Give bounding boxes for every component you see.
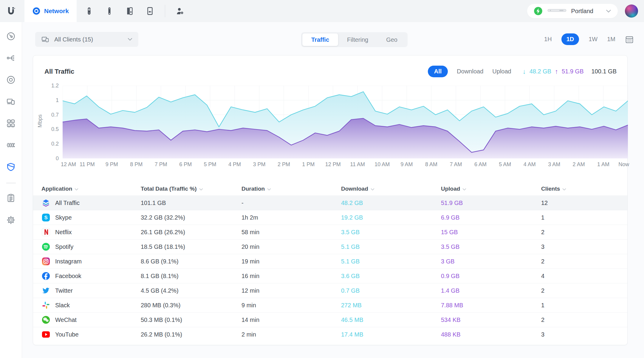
insights-icon [6, 141, 16, 151]
svg-text:S: S [44, 215, 47, 220]
download-value: 3.5 GB [341, 229, 441, 236]
gear-icon [6, 215, 16, 226]
tab-geo[interactable]: Geo [377, 33, 406, 46]
unifi-logo[interactable] [0, 0, 22, 22]
x-tick-label: 10 AM [374, 161, 390, 168]
column-header-upload[interactable]: Upload [441, 186, 541, 192]
spotify-icon [41, 242, 50, 251]
app-switcher [83, 4, 186, 18]
x-tick-label: 1 PM [302, 161, 315, 168]
sort-chevron-icon [371, 186, 374, 192]
app-admins-button[interactable] [174, 4, 186, 18]
x-tick-label: 3 AM [548, 161, 560, 168]
tab-filtering[interactable]: Filtering [338, 33, 377, 46]
duration-value: - [242, 200, 341, 206]
x-tick-label: 1 AM [597, 161, 609, 168]
calendar-icon [625, 35, 634, 44]
upload-value: 3.5 GB [441, 243, 541, 250]
download-arrow-icon: ↓ [523, 68, 526, 75]
app-protect-camera-button[interactable] [83, 4, 95, 18]
sidebar-item-security[interactable] [4, 161, 18, 174]
chart-plot-area[interactable] [63, 86, 628, 158]
series-all-button[interactable]: All [428, 66, 448, 77]
sidebar-item-settings[interactable] [4, 214, 18, 227]
view-tabs: TrafficFilteringGeo [301, 32, 408, 47]
range-1h-button[interactable]: 1H [544, 36, 552, 43]
sidebar-item-system-log[interactable] [4, 192, 18, 206]
table-row-spotify[interactable]: Spotify 18.5 GB (18.1%) 20 min 5.1 GB 3.… [33, 239, 627, 254]
total-data-value: 26.1 GB (26.2%) [141, 229, 242, 236]
download-total: 48.2 GB [530, 68, 551, 75]
site-selector[interactable]: Portland [527, 4, 618, 18]
x-tick-label: 7 AM [450, 161, 462, 168]
x-tick-label: 12 PM [325, 161, 341, 168]
table-row-facebook[interactable]: Facebook 8.1 GB (8.1%) 16 min 3.6 GB 0.9… [33, 268, 627, 283]
duration-value: 20 min [242, 243, 341, 250]
x-tick-label: Now [618, 161, 629, 168]
x-tick-label: 8 AM [425, 161, 437, 168]
app-access-door-button[interactable] [124, 4, 136, 18]
clients-count: 1 [541, 302, 627, 309]
table-row-skype[interactable]: S Skype 32.2 GB (32.2%) 1h 2m 19.2 GB 6.… [33, 210, 627, 225]
upload-value: 534 KB [441, 317, 541, 323]
column-header-download[interactable]: Download [341, 186, 441, 192]
facebook-icon [41, 271, 50, 280]
duration-value: 58 min [242, 229, 341, 236]
table-row-slack[interactable]: Slack 280 MB (0.3%) 9 min 272 MB 7.88 MB… [33, 298, 627, 312]
tab-traffic[interactable]: Traffic [302, 33, 338, 46]
range-1m-button[interactable]: 1M [607, 36, 615, 43]
table-row-youtube[interactable]: YouTube 26.2 MB (0.1%) 2 min 17.4 MB 488… [33, 327, 627, 342]
column-header-application[interactable]: Application [41, 186, 141, 192]
topbar-divider [165, 5, 165, 17]
column-header-duration[interactable]: Duration [242, 186, 341, 192]
app-connect-display-button[interactable] [144, 4, 156, 18]
download-value: 19.2 GB [341, 214, 441, 221]
range-1w-button[interactable]: 1W [589, 36, 597, 43]
x-tick-label: 6 PM [179, 161, 192, 168]
app-talk-phone-button[interactable] [103, 4, 115, 18]
y-tick-label: 0.5 [33, 126, 59, 132]
series-upload-button[interactable]: Upload [492, 68, 511, 75]
total-data-value: 280 MB (0.3%) [141, 302, 242, 309]
column-header-total-data-traffic[interactable]: Total Data (Traffic %) [141, 186, 242, 192]
upload-value: 7.88 MB [441, 302, 541, 309]
traffic-card: All Traffic AllDownloadUpload ↓ 48.2 GB … [33, 55, 628, 345]
clients-count: 2 [541, 229, 627, 236]
series-download-button[interactable]: Download [457, 68, 483, 75]
table-row-all-traffic[interactable]: All Traffic 101.1 GB - 48.2 GB 51.9 GB 1… [33, 195, 627, 210]
x-tick-label: 2 AM [573, 161, 585, 168]
app-name: Facebook [55, 273, 81, 280]
table-row-twitter[interactable]: Twitter 4.5 GB (4.2%) 12 min 0.7 GB 1.4 … [33, 283, 627, 298]
instagram-icon [41, 257, 50, 266]
x-tick-label: 5 AM [499, 161, 511, 168]
x-tick-label: 9 PM [106, 161, 118, 168]
y-tick-label: 0.7 [33, 112, 59, 118]
total-data-value: 4.5 GB (4.2%) [141, 287, 242, 294]
access-door-icon [125, 7, 134, 16]
upload-value: 488 KB [441, 331, 541, 338]
x-tick-label: 8 PM [130, 161, 143, 168]
table-row-wechat[interactable]: WeChat 50.3 MB (0.1%) 14 min 46.5 MB 534… [33, 312, 627, 327]
user-avatar[interactable] [625, 4, 638, 18]
download-value: 46.5 MB [341, 317, 441, 323]
sidebar-item-networks[interactable] [4, 117, 18, 131]
x-tick-label: 6 AM [474, 161, 487, 168]
sidebar-item-insights[interactable] [4, 139, 18, 152]
clients-filter-dropdown[interactable]: All Clients (15) [35, 32, 138, 47]
column-header-clients[interactable]: Clients [541, 186, 627, 192]
download-value: 17.4 MB [341, 331, 441, 338]
sidebar-item-dashboard[interactable] [4, 30, 18, 44]
table-row-netflix[interactable]: Netflix 26.1 GB (26.2%) 58 min 3.5 GB 15… [33, 225, 627, 239]
sidebar-item-clients[interactable] [4, 95, 18, 109]
table-row-instagram[interactable]: Instagram 8.6 GB (9.1%) 19 min 5.1 GB 3 … [33, 254, 627, 268]
column-label: Application [41, 186, 72, 192]
calendar-button[interactable] [625, 35, 634, 44]
sidebar-item-topology[interactable] [4, 52, 18, 65]
talk-phone-icon [105, 7, 114, 16]
total-data-value: 8.1 GB (8.1%) [141, 273, 242, 280]
sort-chevron-icon [562, 186, 566, 192]
sidebar-item-unifi-devices[interactable] [4, 73, 18, 87]
range-1d-button[interactable]: 1D [561, 33, 579, 45]
table-body: All Traffic 101.1 GB - 48.2 GB 51.9 GB 1… [33, 195, 627, 342]
app-tab-network[interactable]: Network [24, 0, 77, 22]
